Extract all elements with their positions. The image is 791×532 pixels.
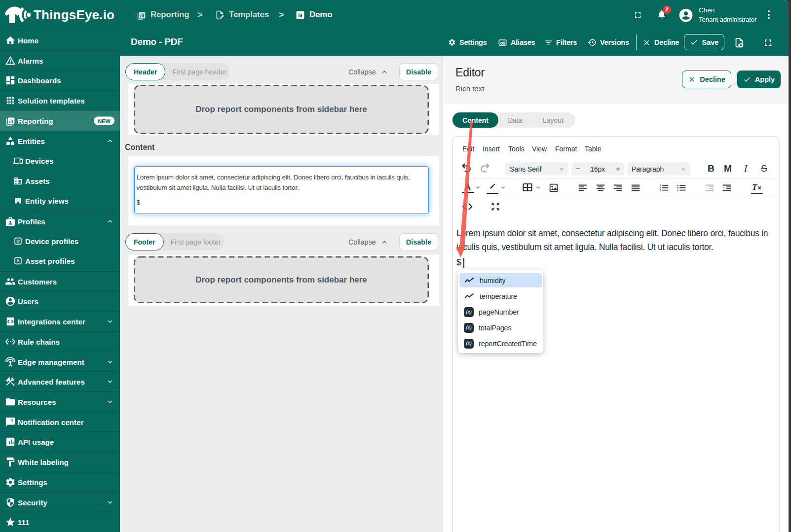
svg-text:A: A	[16, 259, 20, 264]
svg-text:D: D	[16, 239, 20, 244]
